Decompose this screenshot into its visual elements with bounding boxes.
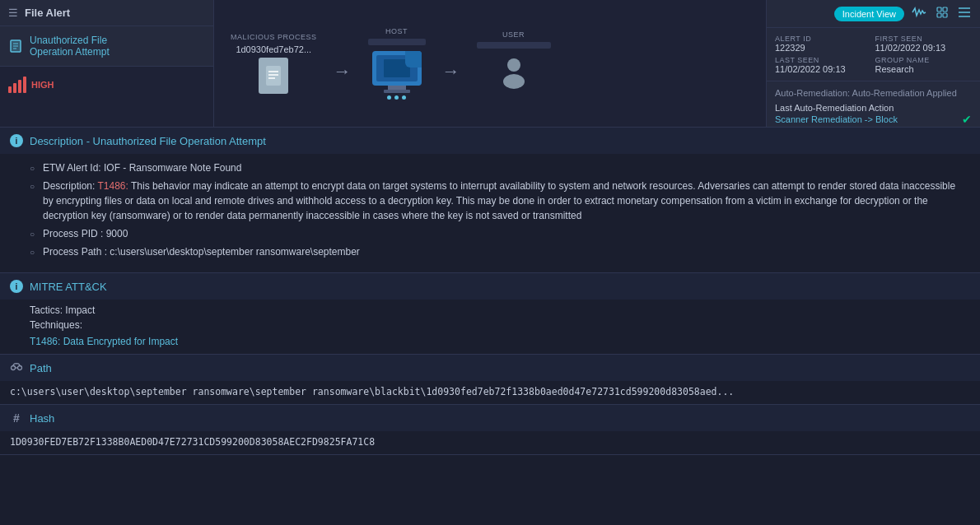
svg-rect-5 [266,66,281,86]
malicious-process-label: MALICIOUS PROCESS [231,33,317,41]
arrow-right-1: → [334,61,352,82]
bar-2 [13,83,16,93]
svg-point-10 [503,74,525,89]
user-label: USER [502,30,525,39]
path-section: Path c:\users\user\desktop\september ran… [0,355,980,405]
bullet-description: Description: T1486: This behavior may in… [30,179,967,223]
center-area: MALICIOUS PROCESS 1d0930fed7eb72... → [214,0,766,127]
last-action-value: Scanner Remediation -> Block ✔ [775,113,972,126]
malicious-process-node: MALICIOUS PROCESS 1d0930fed7eb72... [231,33,317,94]
path-header: Path [0,355,980,381]
host-label: HOST [385,27,408,35]
user-name-bar [477,42,551,49]
main-content: i Description - Unauthorized File Operat… [0,128,980,525]
layout-icon-button[interactable] [934,5,950,22]
left-sidebar: ☰ File Alert Unauthorized File Operation… [0,0,214,127]
mitre-header: i MITRE ATT&CK [0,273,980,300]
hash-icon: # [10,411,23,425]
alert-item-text: Unauthorized File Operation Attempt [30,35,110,58]
svg-point-18 [12,366,16,370]
first-seen-block: FIRST SEEN 11/02/2022 09:13 [875,35,973,53]
bar-1 [8,86,12,93]
group-name-block: GROUP NAME Research [875,56,973,74]
mitre-techniques: Techniques: [0,319,980,334]
hash-section: # Hash 1D0930FED7EB72F1338B0AED0D47E7273… [0,405,980,455]
list-icon-button[interactable] [955,5,973,22]
svg-rect-12 [943,7,947,12]
host-node: HOST [368,27,426,100]
mitre-section: i MITRE ATT&CK Tactics: Impact Technique… [0,273,980,355]
alert-diagram: MALICIOUS PROCESS 1d0930fed7eb72... → [231,27,749,100]
alert-item[interactable]: Unauthorized File Operation Attempt [0,26,213,67]
sidebar-header: ☰ File Alert [0,0,213,26]
auto-remediation-title: Auto-Remediation: Auto-Remediation Appli… [775,88,972,98]
severity-label: HIGH [31,80,54,90]
last-action-label: Last Auto-Remediation Action [775,103,972,113]
waveform-icon-button[interactable] [909,5,929,22]
incident-view-button[interactable]: Incident View [834,7,904,21]
severity-bars [8,77,26,93]
description-section: i Description - Unauthorized File Operat… [0,128,980,273]
remediation-section: Auto-Remediation: Auto-Remediation Appli… [767,81,980,132]
mitre-tactics: Tactics: Impact [0,300,980,319]
malicious-process-value: 1d0930fed7eb72... [236,44,311,54]
hash-title: Hash [30,412,54,425]
svg-rect-13 [937,13,941,17]
svg-point-19 [18,366,22,370]
user-node: USER [477,30,551,96]
sidebar-title: File Alert [25,7,70,19]
svg-point-9 [507,58,520,72]
bullet-pid: Process PID : 9000 [30,226,967,241]
path-icon [10,361,23,374]
description-body: ETW Alert Id: IOF - Ransomware Note Foun… [0,154,980,272]
menu-icon: ☰ [8,7,18,19]
alert-id-block: ALERT ID 122329 [775,35,872,53]
path-title: Path [30,362,52,374]
bar-3 [18,80,21,93]
right-panel-header: Incident View [767,0,980,28]
description-title: Description - Unauthorized File Operatio… [30,135,266,147]
path-value: c:\users\user\desktop\september ransomwa… [0,381,980,404]
description-header: i Description - Unauthorized File Operat… [0,128,980,154]
alert-meta: ALERT ID 122329 FIRST SEEN 11/02/2022 09… [767,28,980,81]
check-icon: ✔ [962,113,972,126]
bullet-path: Process Path : c:\users\user\desktop\sep… [30,244,967,259]
process-file-icon [259,58,288,94]
host-name-bar [368,39,426,45]
mitre-link[interactable]: T1486: Data Encrypted for Impact [0,334,980,354]
mitre-icon: i [10,280,23,293]
file-alert-icon [8,39,23,53]
user-avatar-icon [499,54,529,96]
svg-rect-14 [943,13,947,17]
severity-section: HIGH [0,67,213,103]
last-seen-block: LAST SEEN 11/02/2022 09:13 [775,56,872,74]
description-icon: i [10,134,23,147]
monitor-icon [372,51,422,100]
mitre-title: MITRE ATT&CK [30,281,107,293]
svg-rect-11 [937,7,941,12]
right-panel: Incident View [766,0,980,127]
bar-4 [23,77,26,93]
arrow-right-2: → [442,61,460,82]
hash-header: # Hash [0,405,980,431]
hash-value: 1D0930FED7EB72F1338B0AED0D47E72731CD5992… [0,431,980,454]
bullet-etw: ETW Alert Id: IOF - Ransomware Note Foun… [30,160,967,175]
